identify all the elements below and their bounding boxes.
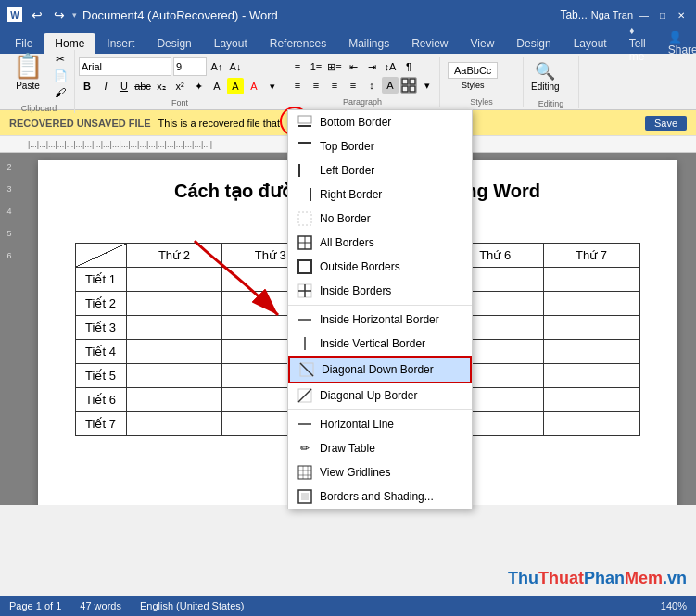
text-effects-button[interactable]: A [209, 78, 225, 94]
menu-item-diagonal-down[interactable]: Diagonal Down Border [288, 356, 472, 383]
tiet7-label: Tiết 7 [75, 412, 126, 436]
svg-rect-6 [298, 142, 311, 144]
menu-item-label: Diagonal Up Border [320, 389, 417, 402]
svg-rect-7 [298, 164, 300, 177]
font-color-down[interactable]: ▾ [264, 78, 281, 94]
italic-button[interactable]: I [97, 78, 114, 94]
tab-mailings[interactable]: Mailings [337, 33, 400, 54]
font-group: A↑ A↓ B I U abc x₂ x² ✦ A A A ▾ Font [75, 56, 285, 107]
font-name-input[interactable] [79, 57, 171, 76]
justify-button[interactable]: ≡ [345, 77, 361, 94]
tab-references[interactable]: References [259, 33, 337, 54]
tiet5-label: Tiết 5 [75, 364, 126, 388]
align-right-button[interactable]: ≡ [326, 77, 343, 94]
subscript-button[interactable]: x₂ [153, 78, 170, 94]
menu-item-no-border[interactable]: No Border [288, 207, 472, 231]
strikethrough-button[interactable]: abc [134, 78, 151, 94]
format-painter-button[interactable]: 🖌 [50, 85, 70, 100]
svg-rect-1 [410, 79, 415, 84]
menu-item-outside-borders[interactable]: Outside Borders [288, 255, 472, 279]
clipboard-group: 📋 Paste ✂ 📄 🖌 Clipboard [4, 50, 75, 113]
tab-tell-me[interactable]: ♦ Tell me [618, 33, 657, 54]
line-spacing-button[interactable]: ↕ [363, 77, 380, 94]
menu-item-diagonal-up[interactable]: Diagonal Up Border [288, 383, 472, 408]
copy-button[interactable]: 📄 [50, 69, 70, 83]
tiet6-label: Tiết 6 [75, 388, 126, 412]
tab-design2[interactable]: Design [505, 33, 562, 54]
diagonal-up-icon [297, 388, 312, 403]
header-thu2: Thứ 2 [126, 244, 222, 268]
menu-item-inside-borders[interactable]: Inside Borders [288, 279, 472, 303]
menu-item-horizontal-line[interactable]: Horizontal Line [288, 412, 472, 436]
redo-button[interactable]: ↪ [50, 6, 69, 24]
menu-item-label: Diagonal Down Border [322, 363, 434, 376]
borders-dropdown-button[interactable]: ▾ [419, 77, 436, 94]
menu-item-view-gridlines[interactable]: View Gridlines [288, 460, 472, 484]
tab-share[interactable]: 👤 Share [657, 33, 696, 54]
styles-group: AaBbCc Styles Styles [440, 57, 524, 107]
diagonal-down-icon [299, 362, 314, 377]
menu-item-right-border[interactable]: Right Border [288, 182, 472, 207]
customize-btn[interactable]: ▾ [72, 10, 77, 19]
maximize-button[interactable]: □ [655, 0, 670, 30]
editing-group-label: Editing [527, 97, 575, 108]
font-size-input[interactable] [173, 57, 207, 76]
menu-item-left-border[interactable]: Left Border [288, 158, 472, 182]
decrease-font-button[interactable]: A↓ [227, 58, 244, 75]
header-diagonal [75, 244, 126, 268]
paste-button[interactable]: 📋 Paste [7, 52, 48, 91]
increase-font-button[interactable]: A↑ [209, 58, 225, 75]
menu-item-bottom-border[interactable]: Bottom Border [288, 110, 472, 134]
tab-review[interactable]: Review [400, 33, 459, 54]
tab-insert[interactable]: Insert [95, 33, 146, 54]
undo-button[interactable]: ↩ [28, 6, 46, 24]
font-row2: B I U abc x₂ x² ✦ A A A ▾ [79, 78, 281, 94]
highlight-button[interactable]: A [227, 78, 244, 94]
borders-icon [401, 78, 416, 93]
show-para-button[interactable]: ¶ [400, 58, 417, 75]
styles-label: Styles [462, 81, 485, 90]
multi-level-button[interactable]: ⊞≡ [326, 58, 343, 75]
tab-layout2[interactable]: Layout [563, 33, 618, 54]
recovery-label: RECOVERED UNSAVED FILE [9, 118, 151, 129]
editing-button[interactable]: 🔍 Editing [527, 57, 563, 95]
menu-item-label: Left Border [320, 164, 374, 177]
shading-button[interactable]: A [382, 77, 399, 94]
tab-view[interactable]: View [460, 33, 506, 54]
menu-item-borders-shading[interactable]: Borders and Shading... [288, 484, 472, 509]
menu-divider [288, 305, 472, 306]
bullets-button[interactable]: ≡ [289, 58, 306, 75]
menu-item-inside-vertical[interactable]: Inside Vertical Border [288, 332, 472, 356]
font-color-button[interactable]: A [246, 78, 262, 94]
superscript-button[interactable]: x² [171, 78, 188, 94]
save-button[interactable]: Save [645, 116, 687, 131]
tiet3-label: Tiết 3 [75, 316, 126, 340]
menu-item-all-borders[interactable]: All Borders [288, 231, 472, 255]
increase-indent-button[interactable]: ⇥ [363, 58, 380, 75]
tab-design[interactable]: Design [146, 33, 202, 54]
styles-preview: AaBbCc [448, 62, 498, 79]
menu-item-label: Right Border [320, 188, 382, 201]
menu-item-draw-table[interactable]: ✏ Draw Table [288, 436, 472, 460]
underline-button[interactable]: U [116, 78, 133, 94]
align-center-button[interactable]: ≡ [308, 77, 324, 94]
sort-button[interactable]: ↕A [382, 58, 399, 75]
svg-rect-0 [402, 79, 408, 84]
paragraph-group: ≡ 1≡ ⊞≡ ⇤ ⇥ ↕A ¶ ≡ ≡ ≡ ≡ ↕ A [285, 57, 440, 107]
menu-item-top-border[interactable]: Top Border [288, 134, 472, 158]
clear-format-button[interactable]: ✦ [190, 78, 207, 94]
styles-button[interactable]: AaBbCc Styles [444, 58, 501, 94]
word-icon: W [7, 7, 22, 22]
menu-item-label: All Borders [320, 236, 374, 249]
title-bar-left: W ↩ ↪ ▾ Document4 (AutoRecovered) - Word [7, 6, 278, 24]
bold-button[interactable]: B [79, 78, 95, 94]
cut-button[interactable]: ✂ [50, 52, 70, 67]
decrease-indent-button[interactable]: ⇤ [345, 58, 361, 75]
numbering-button[interactable]: 1≡ [308, 58, 324, 75]
borders-button[interactable] [400, 77, 417, 94]
tab-layout[interactable]: Layout [203, 33, 259, 54]
language: English (United States) [140, 600, 245, 611]
align-left-button[interactable]: ≡ [289, 77, 306, 94]
menu-item-inside-horizontal[interactable]: Inside Horizontal Border [288, 308, 472, 332]
close-button[interactable]: ✕ [674, 0, 689, 30]
